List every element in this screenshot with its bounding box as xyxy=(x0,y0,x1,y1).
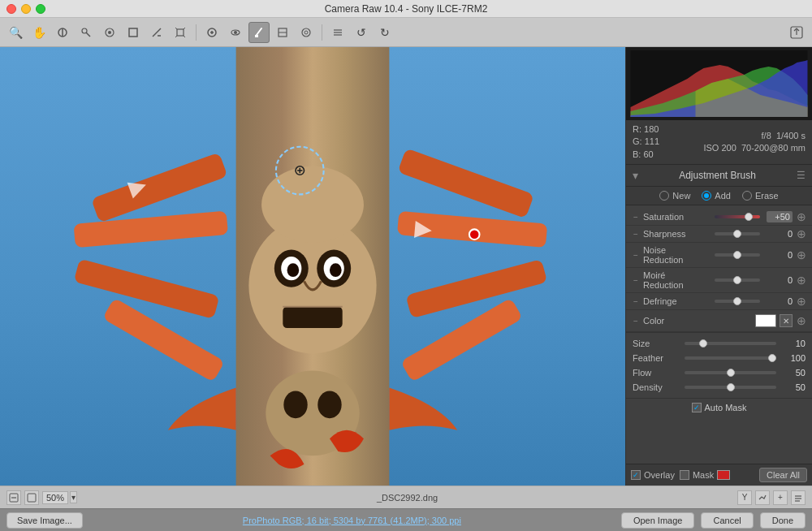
clear-all-button[interactable]: Clear All xyxy=(759,468,807,482)
saturation-collapse[interactable]: − xyxy=(631,212,641,222)
color-swatch-area: ✕ xyxy=(711,314,793,327)
mask-color-swatch[interactable] xyxy=(717,470,730,480)
histogram-svg xyxy=(629,50,809,117)
target-adj-tool[interactable] xyxy=(99,22,120,43)
save-image-button[interactable]: Save Image... xyxy=(6,512,83,529)
status-icon-4[interactable] xyxy=(791,490,806,505)
radial-filter-tool[interactable] xyxy=(296,22,317,43)
moire-reduction-thumb[interactable] xyxy=(733,276,741,284)
defringe-value[interactable]: 0 xyxy=(767,296,793,306)
sharpness-track[interactable] xyxy=(715,232,760,235)
erase-mode-option[interactable]: Erase xyxy=(742,191,779,201)
zoom-dropdown[interactable]: ▾ xyxy=(70,491,77,503)
density-thumb[interactable] xyxy=(727,383,735,391)
saturation-reset[interactable]: ⊕ xyxy=(796,211,807,222)
sharpness-reset[interactable]: ⊕ xyxy=(796,228,807,240)
defringe-track[interactable] xyxy=(715,300,760,303)
done-button[interactable]: Done xyxy=(760,512,806,529)
sharpness-value[interactable]: 0 xyxy=(767,229,793,239)
feather-value[interactable]: 100 xyxy=(780,353,806,363)
cancel-button[interactable]: Cancel xyxy=(701,512,753,529)
moire-reduction-value[interactable]: 0 xyxy=(767,275,793,285)
saturation-thumb[interactable] xyxy=(745,213,753,221)
grad-filter-tool[interactable] xyxy=(272,22,293,43)
new-mode-option[interactable]: New xyxy=(659,191,690,201)
mask-checkbox[interactable] xyxy=(680,470,689,480)
zoom-out-button[interactable] xyxy=(6,490,21,505)
svg-rect-20 xyxy=(255,35,258,37)
sharpness-label-container: − Sharpness xyxy=(631,229,708,239)
hand-tool[interactable]: ✋ xyxy=(28,22,50,43)
status-icon-3[interactable]: + xyxy=(773,490,788,505)
new-label: New xyxy=(672,191,690,201)
file-info-link[interactable]: ProPhoto RGB; 16 bit; 5304 by 7761 (41.2… xyxy=(243,516,461,525)
overlay-container[interactable]: ✓ Overlay xyxy=(631,470,675,480)
panel-collapse-icon[interactable]: ▾ xyxy=(633,169,638,182)
density-track[interactable] xyxy=(685,386,776,389)
redeye-tool[interactable] xyxy=(225,22,246,43)
action-bar: Save Image... ProPhoto RGB; 16 bit; 5304… xyxy=(0,508,812,531)
color-reset[interactable]: ⊕ xyxy=(796,315,807,326)
redo-tool[interactable]: ↻ xyxy=(374,22,395,43)
auto-mask-checkbox[interactable]: ✓ xyxy=(692,403,702,412)
list-tool[interactable] xyxy=(327,22,348,43)
adj-brush-tool[interactable] xyxy=(248,22,270,43)
status-icon-2[interactable] xyxy=(755,490,770,505)
saturation-value[interactable]: +50 xyxy=(767,211,793,222)
noise-reduction-collapse[interactable]: − xyxy=(631,250,641,260)
defringe-reset[interactable]: ⊕ xyxy=(796,296,807,307)
overlay-checkbox[interactable]: ✓ xyxy=(631,470,641,480)
flow-thumb[interactable] xyxy=(727,369,735,377)
add-mode-option[interactable]: Add xyxy=(702,191,731,201)
moire-reduction-reset[interactable]: ⊕ xyxy=(796,274,807,286)
canvas-area[interactable] xyxy=(0,47,625,486)
auto-mask-checkbox-container[interactable]: ✓ Auto Mask xyxy=(692,403,747,412)
mask-container[interactable]: Mask xyxy=(680,470,730,480)
zoom-value[interactable]: 50% xyxy=(42,491,68,504)
minimize-button[interactable] xyxy=(21,4,31,14)
export-button[interactable] xyxy=(786,22,807,43)
right-panel: R: 180 G: 111 B: 60 f/8 1/400 s ISO 200 … xyxy=(625,47,812,486)
flow-value[interactable]: 50 xyxy=(780,368,806,378)
feather-thumb[interactable] xyxy=(768,354,776,362)
color-collapse[interactable]: − xyxy=(631,316,641,326)
noise-reduction-thumb[interactable] xyxy=(733,251,741,259)
status-icon-1[interactable]: Y xyxy=(737,490,752,505)
transform-tool[interactable] xyxy=(170,22,191,43)
defringe-thumb[interactable] xyxy=(733,297,741,305)
color-sampler-tool[interactable] xyxy=(76,22,97,43)
zoom-in-button[interactable] xyxy=(24,490,39,505)
open-image-button[interactable]: Open Image xyxy=(621,512,695,529)
noise-reduction-track[interactable] xyxy=(715,253,760,257)
zoom-tool[interactable]: 🔍 xyxy=(5,22,26,43)
color-clear-btn[interactable]: ✕ xyxy=(780,314,793,327)
size-track[interactable] xyxy=(685,342,776,345)
wb-tool[interactable] xyxy=(52,22,73,43)
moire-reduction-track[interactable] xyxy=(715,278,760,282)
mode-selector: New Add Erase xyxy=(626,187,812,205)
noise-reduction-reset[interactable]: ⊕ xyxy=(796,249,807,261)
color-swatch[interactable] xyxy=(755,314,776,327)
crop-tool[interactable] xyxy=(123,22,144,43)
sharpness-thumb[interactable] xyxy=(733,230,741,238)
close-button[interactable] xyxy=(6,4,16,14)
density-value[interactable]: 50 xyxy=(780,382,806,392)
noise-reduction-value[interactable]: 0 xyxy=(767,250,793,260)
sharpness-collapse[interactable]: − xyxy=(631,229,641,239)
panel-menu-icon[interactable]: ☰ xyxy=(797,170,806,181)
erase-radio[interactable] xyxy=(742,191,752,201)
straighten-tool[interactable] xyxy=(146,22,167,43)
defringe-collapse[interactable]: − xyxy=(631,296,641,306)
feather-track[interactable] xyxy=(685,356,776,360)
svg-point-54 xyxy=(317,391,341,419)
add-radio[interactable] xyxy=(702,191,711,201)
size-thumb[interactable] xyxy=(699,339,707,348)
maximize-button[interactable] xyxy=(36,4,45,14)
size-value[interactable]: 10 xyxy=(780,339,806,348)
new-radio[interactable] xyxy=(659,191,669,201)
flow-track[interactable] xyxy=(685,371,776,374)
spot-heal-tool[interactable] xyxy=(201,22,222,43)
saturation-track[interactable] xyxy=(715,215,760,218)
moire-reduction-collapse[interactable]: − xyxy=(631,275,641,285)
undo-tool[interactable]: ↺ xyxy=(351,22,372,43)
